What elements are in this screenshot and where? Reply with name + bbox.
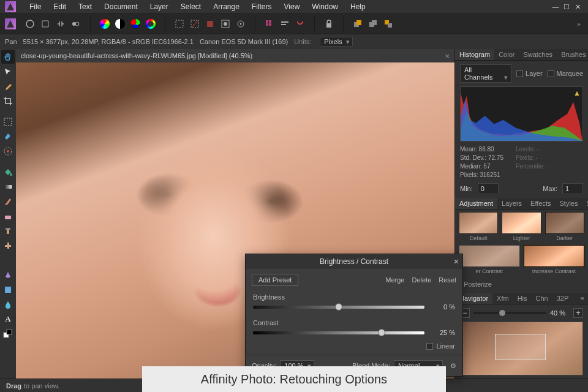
swatch-rainbow-icon[interactable] (98, 17, 111, 31)
menu-layer[interactable]: Layer (144, 1, 175, 13)
maximize-icon[interactable]: ☐ (562, 3, 571, 10)
nav-panel-menu-icon[interactable]: ≡ (577, 295, 588, 302)
swatch-ring-icon[interactable] (144, 17, 157, 31)
tab-brushes[interactable]: Brushes (557, 49, 588, 60)
tab-color[interactable]: Color (494, 49, 519, 60)
persona-develop-icon[interactable] (54, 17, 67, 31)
align-icon[interactable] (278, 17, 292, 31)
arrange-group-icon[interactable] (382, 17, 395, 31)
refine-icon[interactable] (219, 17, 232, 31)
zoom-slider[interactable] (473, 312, 546, 314)
lock-icon[interactable] (322, 17, 336, 31)
flood-fill-tool-icon[interactable] (1, 165, 15, 179)
svg-rect-3 (176, 20, 183, 28)
tab-chn[interactable]: Chn (532, 293, 552, 304)
brightness-slider[interactable] (253, 306, 424, 309)
move-tool-icon[interactable] (1, 65, 15, 78)
blur-tool-icon[interactable] (1, 298, 15, 311)
crop-tool-icon[interactable] (1, 94, 15, 108)
preset-lighter[interactable] (502, 212, 541, 234)
tab-histogram[interactable]: Histogram (455, 49, 494, 60)
hand-tool-icon[interactable] (1, 50, 15, 64)
quickmask-icon[interactable] (203, 17, 217, 31)
pen-tool-icon[interactable] (1, 268, 15, 282)
units-select[interactable]: Pixels (320, 37, 352, 47)
max-input[interactable] (562, 183, 583, 194)
contrast-slider[interactable] (253, 331, 424, 334)
tab-adjustment[interactable]: Adjustment (455, 198, 497, 209)
menu-document[interactable]: Document (98, 1, 144, 13)
layer-checkbox[interactable]: Layer (516, 70, 543, 77)
menu-edit[interactable]: Edit (47, 1, 72, 13)
selection-brush-tool-icon[interactable] (1, 145, 15, 158)
arrange-back-icon[interactable] (366, 17, 380, 31)
preset-default[interactable] (459, 212, 498, 234)
marquee-checkbox[interactable]: Marquee (548, 70, 583, 77)
zoom-in-button[interactable]: + (573, 308, 583, 318)
tab-xfm[interactable]: Xfm (492, 293, 513, 304)
min-input[interactable] (478, 183, 499, 194)
reset-button[interactable]: Reset (439, 276, 456, 284)
color-swap-icon[interactable] (1, 327, 15, 341)
dialog-titlebar[interactable]: Brightness / Contrast × (246, 254, 462, 269)
toolbar-overflow-icon[interactable]: » (573, 20, 584, 28)
menu-text[interactable]: Text (72, 1, 98, 13)
preset-lower-contrast[interactable] (459, 245, 520, 267)
adjustment-posterize[interactable]: Posterize (459, 278, 584, 290)
menu-view[interactable]: View (278, 1, 306, 13)
add-preset-button[interactable]: Add Preset (252, 274, 298, 286)
preset-increase-contrast[interactable] (524, 245, 585, 267)
menu-arrange[interactable]: Arrange (207, 1, 246, 13)
persona-logo-icon[interactable] (5, 18, 16, 29)
flood-select-tool-icon[interactable] (1, 130, 15, 143)
channel-select[interactable]: All Channels (460, 64, 511, 83)
linear-checkbox[interactable] (426, 343, 433, 350)
minimize-icon[interactable]: — (551, 3, 560, 10)
menu-window[interactable]: Window (306, 1, 344, 13)
gear-icon[interactable]: ⚙ (450, 362, 456, 370)
snap-icon[interactable] (293, 17, 307, 31)
delete-button[interactable]: Delete (412, 276, 431, 284)
contrast-value: 25 % (431, 329, 455, 336)
grid-icon[interactable] (263, 17, 276, 31)
close-icon[interactable]: ✕ (573, 3, 582, 10)
swatch-rgb-icon[interactable] (129, 17, 142, 31)
dodge-tool-icon[interactable] (1, 254, 15, 267)
svg-rect-24 (4, 185, 12, 189)
persona-photo-icon[interactable] (23, 17, 37, 31)
document-tab[interactable]: close-up-young-beautiful-actress-with-wa… (16, 49, 454, 62)
arrange-front-icon[interactable] (351, 17, 364, 31)
target-icon[interactable] (234, 17, 247, 31)
marquee-tool-icon[interactable] (1, 115, 15, 129)
color-picker-tool-icon[interactable] (1, 80, 15, 93)
document-close-icon[interactable]: × (445, 51, 450, 61)
erase-tool-icon[interactable] (1, 209, 15, 223)
merge-button[interactable]: Merge (385, 276, 404, 284)
healing-tool-icon[interactable] (1, 239, 15, 252)
menu-help[interactable]: Help (344, 1, 372, 13)
paint-brush-tool-icon[interactable] (1, 195, 15, 208)
sel-rect-icon[interactable] (173, 17, 186, 31)
dialog-close-icon[interactable]: × (454, 257, 459, 266)
preset-darker[interactable] (545, 212, 584, 234)
menu-file[interactable]: File (23, 1, 47, 13)
tab-layers[interactable]: Layers (497, 198, 526, 209)
gradient-tool-icon[interactable] (1, 180, 15, 194)
navigator-viewport[interactable] (495, 334, 546, 360)
clone-tool-icon[interactable] (1, 224, 15, 238)
tab-swatches[interactable]: Swatches (519, 49, 557, 60)
shape-tool-icon[interactable] (1, 283, 15, 296)
persona-liquify-icon[interactable] (39, 17, 52, 31)
tab-stock[interactable]: Stock (582, 198, 588, 209)
tab-32p[interactable]: 32P (552, 293, 573, 304)
navigator-preview[interactable] (460, 322, 583, 375)
tab-his[interactable]: His (513, 293, 532, 304)
tab-effects[interactable]: Effects (526, 198, 555, 209)
swatch-bw-icon[interactable] (113, 17, 127, 31)
text-tool-icon[interactable]: A (1, 312, 15, 326)
menu-select[interactable]: Select (175, 1, 207, 13)
menu-filters[interactable]: Filters (246, 1, 278, 13)
persona-tone-icon[interactable] (69, 17, 83, 31)
sel-diag-icon[interactable] (188, 17, 202, 31)
tab-styles[interactable]: Styles (556, 198, 582, 209)
